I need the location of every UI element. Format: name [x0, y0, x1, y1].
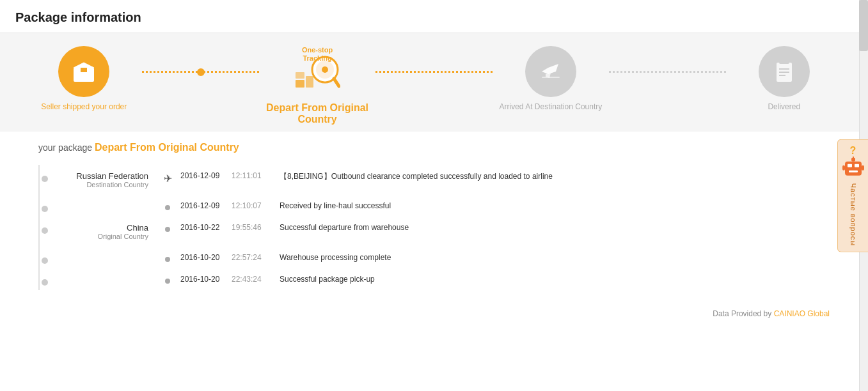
col-location-0: Russian Federation Destination Country [46, 171, 161, 188]
col-desc-1: Received by line-haul successful [280, 201, 830, 210]
one-stop-label: One-stopTracking [302, 46, 333, 63]
col-date-1: 2016-12-09 [174, 201, 232, 210]
step-arrived: Arrived At Destination Country [493, 46, 609, 111]
col-date-3: 2016-10-20 [174, 253, 232, 262]
step-icon-arrived [525, 46, 576, 97]
plane-icon-0: ✈ [164, 172, 172, 185]
col-dot-0: ✈ [161, 171, 174, 185]
svg-rect-19 [849, 171, 858, 172]
step-icon-delivered [759, 46, 810, 97]
box-icon [70, 57, 98, 86]
step-depart-original: One-stopTracking Depart From Original Co… [259, 46, 375, 125]
page-container: Package information Seller shipped your … [0, 0, 868, 391]
robot-icon [842, 157, 864, 180]
col-time-2: 19:55:46 [232, 223, 280, 232]
package-status: your package Depart From Original Countr… [0, 132, 868, 158]
table-row: 2016-12-09 12:10:07 Received by line-hau… [46, 195, 830, 217]
svg-line-8 [334, 79, 339, 86]
footer-prefix: Data Provided by [713, 309, 771, 318]
step-delivered: Delivered [726, 46, 842, 111]
svg-rect-2 [81, 68, 87, 72]
svg-rect-17 [848, 164, 852, 167]
table-row: China Original Country 2016-10-22 19:55:… [46, 217, 830, 247]
step-icon-seller [58, 46, 109, 97]
footer-credit: Data Provided by CAINIAO Global [0, 303, 868, 325]
col-dot-4 [161, 275, 174, 284]
package-status-prefix: your package [38, 142, 92, 153]
page-header: Package information [0, 0, 868, 33]
svg-rect-10 [542, 77, 560, 78]
svg-rect-22 [842, 165, 845, 171]
step-label-depart: Depart From Original Country [259, 102, 375, 125]
col-time-0: 12:11:01 [232, 171, 280, 180]
step-seller-shipped: Seller shipped your order [26, 46, 142, 111]
col-desc-0: 【8,BEIJING】Outbound clearance completed … [280, 171, 830, 182]
cainiao-link[interactable]: CAINIAO Global [774, 309, 830, 318]
question-mark-icon: ? [850, 145, 856, 157]
col-date-2: 2016-10-22 [174, 223, 232, 232]
page-title: Package information [15, 10, 141, 24]
col-dot-3 [161, 253, 174, 262]
svg-rect-21 [853, 157, 854, 159]
tracking-icon-wrap: One-stopTracking [288, 46, 346, 97]
col-date-4: 2016-10-20 [174, 275, 232, 284]
col-time-4: 22:43:24 [232, 275, 280, 284]
svg-rect-3 [296, 80, 304, 88]
dot-line-1 [142, 71, 258, 73]
col-desc-4: Successful package pick-up [280, 275, 830, 284]
svg-rect-16 [845, 162, 862, 176]
svg-rect-12 [779, 60, 789, 64]
col-time-1: 12:10:07 [232, 201, 280, 210]
step-label-seller: Seller shipped your order [41, 102, 127, 111]
svg-rect-18 [855, 164, 859, 167]
dot-gray-2 [165, 227, 170, 232]
svg-rect-5 [306, 76, 313, 88]
package-status-highlight: Depart From Original Country [95, 142, 239, 153]
svg-rect-4 [296, 72, 304, 79]
steps-container: Seller shipped your order One-stopTracki… [0, 33, 868, 132]
dot-gray-4 [165, 279, 170, 284]
col-location-2: China Original Country [46, 223, 161, 240]
col-desc-2: Successful departure from warehouse [280, 223, 830, 232]
table-row: 2016-10-20 22:43:24 Successful package p… [46, 268, 830, 290]
country-sub-0: Destination Country [46, 181, 148, 188]
step-label-arrived: Arrived At Destination Country [500, 102, 603, 111]
connector-1 [142, 70, 258, 73]
tracking-table: Russian Federation Destination Country ✈… [38, 165, 830, 290]
connector-3 [609, 70, 725, 73]
col-desc-3: Warehouse processing complete [280, 253, 830, 262]
scrollbar-thumb[interactable] [859, 0, 868, 51]
table-row: Russian Federation Destination Country ✈… [46, 165, 830, 195]
note-icon [770, 57, 798, 86]
svg-rect-23 [862, 165, 864, 171]
country-name-2: China [46, 223, 148, 233]
table-row: 2016-10-20 22:57:24 Warehouse processing… [46, 247, 830, 268]
sidebar-robot[interactable]: ? Частые вопросы [837, 139, 868, 252]
svg-point-9 [322, 66, 328, 73]
country-name-0: Russian Federation [46, 171, 148, 181]
dot-line-3 [609, 71, 725, 73]
connector-2 [375, 70, 492, 73]
dot-gray-3 [165, 257, 170, 262]
col-dot-2 [161, 223, 174, 232]
plane-icon [537, 57, 565, 86]
country-sub-2: Original Country [46, 233, 148, 240]
col-dot-1 [161, 201, 174, 210]
dot-line-2 [375, 71, 492, 73]
col-date-0: 2016-12-09 [174, 171, 232, 180]
step-label-delivered: Delivered [768, 102, 800, 111]
dot-gray-1 [165, 205, 170, 210]
col-time-3: 22:57:24 [232, 253, 280, 262]
sidebar-text: Частые вопросы [849, 183, 857, 247]
